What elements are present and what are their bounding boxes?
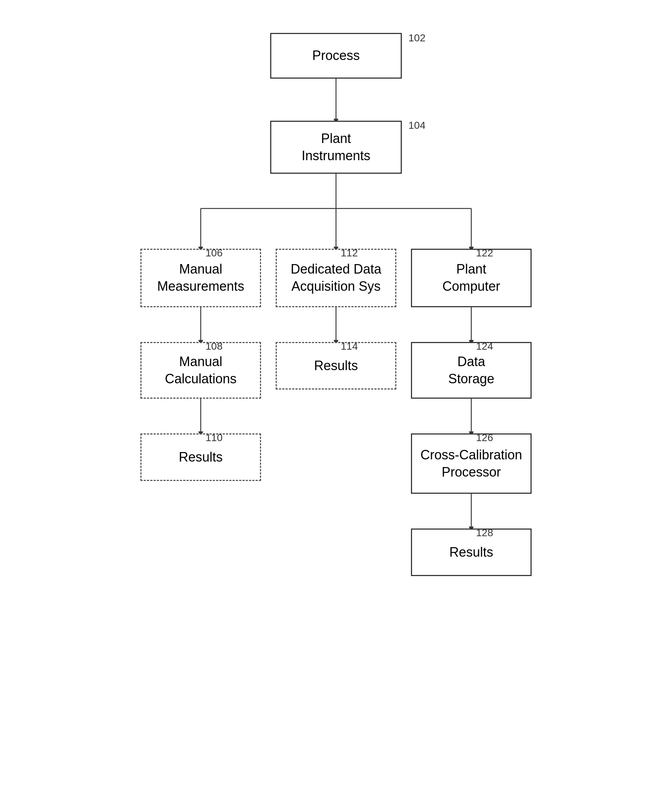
plant-computer-label: PlantComputer <box>443 261 500 295</box>
manual-measurements-ref: 106 <box>206 247 223 259</box>
results-middle-box: Results <box>276 342 396 390</box>
manual-calculations-box: ManualCalculations <box>140 342 261 399</box>
dedicated-das-label: Dedicated DataAcquisition Sys <box>290 261 382 295</box>
results-left-ref: 110 <box>206 432 223 444</box>
data-storage-box: DataStorage <box>411 342 532 399</box>
cross-calibration-ref: 126 <box>476 432 493 444</box>
cross-calibration-label: Cross-CalibrationProcessor <box>421 446 522 481</box>
results-right-box: Results <box>411 528 532 576</box>
manual-calculations-label: ManualCalculations <box>165 353 237 388</box>
diagram-container: Process 102 PlantInstruments 104 ManualM… <box>135 15 537 768</box>
results-right-ref: 128 <box>476 527 493 539</box>
process-box: Process <box>270 33 402 79</box>
data-storage-label: DataStorage <box>448 353 494 388</box>
plant-computer-box: PlantComputer <box>411 249 532 307</box>
dedicated-das-ref: 112 <box>341 247 358 259</box>
data-storage-ref: 124 <box>476 341 493 352</box>
results-left-box: Results <box>140 434 261 481</box>
plant-instruments-box: PlantInstruments <box>270 121 402 174</box>
cross-calibration-box: Cross-CalibrationProcessor <box>411 434 532 494</box>
dedicated-das-box: Dedicated DataAcquisition Sys <box>276 249 396 307</box>
plant-computer-ref: 122 <box>476 247 493 259</box>
manual-measurements-label: ManualMeasurements <box>157 261 244 295</box>
process-ref: 102 <box>408 32 425 44</box>
plant-instruments-ref: 104 <box>408 119 425 131</box>
manual-calculations-ref: 108 <box>206 341 223 352</box>
plant-instruments-label: PlantInstruments <box>301 130 371 165</box>
results-middle-ref: 114 <box>341 341 358 352</box>
manual-measurements-box: ManualMeasurements <box>140 249 261 307</box>
